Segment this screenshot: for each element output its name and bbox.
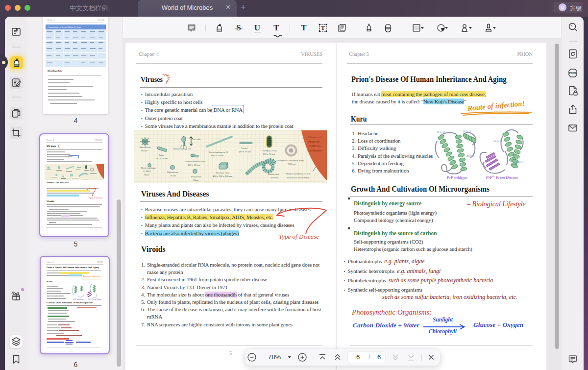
svg-text:26nm: 26nm bbox=[144, 173, 149, 176]
svg-text:Ebola virus: Ebola virus bbox=[268, 173, 279, 175]
svg-text:10,000 nm: 10,000 nm bbox=[308, 145, 321, 148]
svg-text:170 x 70 nm: 170 x 70 nm bbox=[263, 153, 275, 155]
svg-text:Poliovirus: Poliovirus bbox=[191, 175, 201, 178]
svg-text:Prion: Prion bbox=[159, 154, 164, 156]
svg-text:Helix C: Helix C bbox=[466, 154, 475, 157]
svg-text:30 nm: 30 nm bbox=[170, 174, 176, 177]
svg-text:150 x 18 nm: 150 x 18 nm bbox=[188, 164, 200, 166]
svg-text:Vaccinia virus: Vaccinia virus bbox=[216, 172, 230, 174]
svg-text:Bacteriophage m13: Bacteriophage m13 bbox=[209, 151, 228, 153]
svg-text:970 nm: 970 nm bbox=[271, 176, 278, 179]
svg-text:Helix B: Helix B bbox=[493, 140, 502, 143]
svg-text:90 nm: 90 nm bbox=[141, 149, 147, 152]
svg-text:blood cell: blood cell bbox=[308, 140, 320, 143]
svg-text:Helix B: Helix B bbox=[436, 131, 445, 134]
svg-text:Chlamydia elementary body: Chlamydia elementary body bbox=[276, 159, 304, 162]
svg-text:PDF/A: PDF/A bbox=[569, 72, 577, 74]
svg-text:PrP wildtype: PrP wildtype bbox=[73, 298, 84, 300]
svg-text:Prion Disease: Prion Disease bbox=[495, 175, 518, 180]
svg-text:Sc: Sc bbox=[492, 175, 495, 177]
svg-text:400 x 10 nm: 400 x 10 nm bbox=[239, 150, 251, 153]
svg-text:blood cell 10 nm thick: blood cell 10 nm thick bbox=[287, 176, 309, 179]
svg-text:Helix A: Helix A bbox=[462, 130, 471, 133]
svg-text:Plasma membrane of red: Plasma membrane of red bbox=[286, 173, 310, 175]
svg-text:665 nm: 665 nm bbox=[193, 138, 200, 141]
svg-text:300 nm: 300 nm bbox=[288, 163, 295, 165]
svg-text:T: T bbox=[321, 25, 325, 31]
svg-text:100 x 18 nm: 100 x 18 nm bbox=[155, 157, 168, 160]
svg-text:PrP Prion Disease: PrP Prion Disease bbox=[88, 298, 101, 300]
svg-text:in diameter: in diameter bbox=[309, 149, 323, 152]
svg-text:400 x 300 x 100 nm: 400 x 300 x 100 nm bbox=[213, 175, 232, 177]
svg-text:Bacteriophage T4: Bacteriophage T4 bbox=[173, 148, 191, 150]
svg-text:Human red: Human red bbox=[308, 136, 322, 139]
svg-text:Helix C: Helix C bbox=[515, 160, 524, 163]
svg-text:800 x 10 nm: 800 x 10 nm bbox=[211, 154, 223, 157]
svg-text:PrP wildtype: PrP wildtype bbox=[446, 175, 467, 180]
svg-text:30nm: 30nm bbox=[193, 179, 199, 181]
svg-text:TUMAG virus: TUMAG virus bbox=[262, 149, 277, 152]
svg-text:Tobacco mosaic virus: Tobacco mosaic virus bbox=[184, 160, 206, 163]
svg-text:Viroid: Viroid bbox=[241, 147, 247, 149]
svg-text:PrP: PrP bbox=[486, 175, 492, 180]
svg-text:Rhinovirus: Rhinovirus bbox=[167, 171, 178, 173]
svg-text:Bacteriophages: Bacteriophages bbox=[141, 167, 156, 169]
svg-text:Adenovirus: Adenovirus bbox=[139, 146, 150, 148]
